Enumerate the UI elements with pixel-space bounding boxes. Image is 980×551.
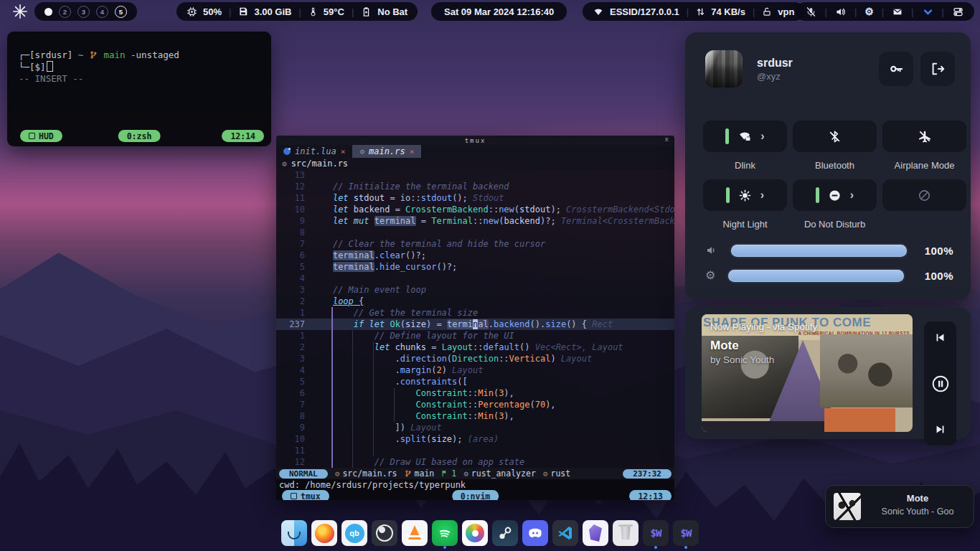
toggles-panel-icon[interactable] bbox=[952, 6, 964, 17]
temperature-value: 59°C bbox=[324, 6, 344, 17]
tab-init-lua[interactable]: init.lua × bbox=[276, 145, 352, 158]
notification-popup[interactable]: Mote Sonic Youth - Goo bbox=[825, 485, 974, 528]
chevron-right-icon: › bbox=[850, 189, 854, 201]
workspace-3[interactable]: 3 bbox=[77, 6, 90, 18]
code-line[interactable]: 4 .margin(2) Layout bbox=[276, 364, 674, 376]
code-line[interactable]: 1 // Define layout for the UI bbox=[276, 330, 674, 342]
dock-icon-files[interactable] bbox=[281, 520, 307, 549]
dock-icon-sw2[interactable]: $W bbox=[673, 520, 699, 549]
code-line[interactable]: 6 terminal.clear()?; bbox=[276, 250, 674, 261]
shell-prompt-line1: ┌─[srdusr] ~ main -unstaged bbox=[19, 50, 260, 61]
code-line[interactable]: 3 // Main event loop bbox=[276, 284, 674, 296]
toggle-airplane-mode[interactable] bbox=[882, 121, 966, 152]
editor-window[interactable]: tmux x init.lua × ⚙ main.rs × ⚙ src/main… bbox=[276, 136, 674, 500]
code-line[interactable]: 12 // Draw UI based on app state bbox=[276, 456, 674, 468]
code-line[interactable]: 13 bbox=[276, 169, 674, 181]
pause-button[interactable] bbox=[931, 375, 950, 393]
code-line[interactable]: 4 bbox=[276, 273, 674, 284]
code-line[interactable]: 10 .split(size); (area) bbox=[276, 433, 674, 445]
line-number: 8 bbox=[276, 227, 312, 238]
code-line[interactable]: 3 .direction(Direction::Vertical) Layout bbox=[276, 353, 674, 364]
volume-icon[interactable] bbox=[835, 6, 847, 17]
line-number: 6 bbox=[276, 387, 312, 399]
clock[interactable]: Sat 09 Mar 2024 12:16:40 bbox=[431, 2, 567, 21]
workspace-2[interactable]: 2 bbox=[59, 6, 71, 18]
chevron-down-icon[interactable] bbox=[922, 6, 934, 17]
toggle-night-light[interactable]: › bbox=[703, 179, 787, 211]
network-status[interactable]: ESSID/127.0.0.1 | 74 KB/s | vpn bbox=[583, 2, 804, 21]
tmux-session-pill[interactable]: HUD bbox=[20, 130, 62, 142]
statusline-branch: main bbox=[405, 468, 435, 479]
tab-close-icon[interactable]: × bbox=[341, 147, 346, 156]
code-line[interactable]: 12 // Initialize the terminal backend bbox=[276, 181, 674, 192]
code-line[interactable]: 5 .constraints([ bbox=[276, 376, 674, 387]
now-playing-label: Now Playing - via Spotify bbox=[710, 321, 817, 332]
dock-icon-obs[interactable] bbox=[372, 520, 397, 549]
toggle-do-not-disturb[interactable]: › bbox=[793, 179, 877, 211]
microphone-muted-icon[interactable] bbox=[806, 6, 816, 17]
tab-close-icon[interactable]: × bbox=[410, 147, 415, 156]
tmux-session-pill[interactable]: tmux bbox=[282, 490, 329, 500]
indent-guide bbox=[373, 342, 374, 456]
toggle-wifi[interactable]: › bbox=[703, 121, 787, 152]
dock-icon-steam[interactable] bbox=[492, 520, 518, 549]
launcher-icon[interactable] bbox=[12, 4, 28, 19]
code-line[interactable]: 8 bbox=[276, 227, 674, 238]
toggle-label: Dlink bbox=[703, 160, 787, 171]
dock-icon-vlc[interactable] bbox=[402, 520, 428, 549]
dock-icon-sw1[interactable]: $W bbox=[643, 520, 669, 549]
dnd-icon bbox=[828, 189, 842, 202]
toggle-bluetooth[interactable] bbox=[793, 121, 877, 152]
memory-usage: 3.00 GiB bbox=[254, 6, 291, 17]
dock-icon-vscode[interactable] bbox=[552, 520, 578, 549]
code-line[interactable]: 7 Constraint::Percentage(70), bbox=[276, 399, 674, 410]
logout-icon bbox=[930, 61, 946, 77]
code-line[interactable]: 1 // Get the terminal size bbox=[276, 307, 674, 319]
user-handle: @xyz bbox=[757, 71, 793, 82]
tmux-window-pill[interactable]: 0:nvim bbox=[452, 490, 499, 500]
dock-icon-discord[interactable] bbox=[522, 520, 548, 549]
code-line[interactable]: 9 let mut terminal = Terminal::new(backe… bbox=[276, 215, 674, 227]
dock-icon-spotify[interactable] bbox=[432, 520, 458, 549]
line-number: 2 bbox=[276, 342, 312, 353]
mail-icon[interactable] bbox=[892, 7, 903, 17]
code-line[interactable]: 237 if let Ok(size) = terminal.backend()… bbox=[276, 319, 674, 330]
workspace-4[interactable]: 4 bbox=[96, 6, 108, 18]
dock-icon-obsidian[interactable] bbox=[583, 520, 608, 549]
code-line[interactable]: 10 let backend = CrosstermBackend::new(s… bbox=[276, 204, 674, 215]
toggle-label: Do Not Disturb bbox=[793, 219, 877, 230]
code-line[interactable]: 6 Constraint::Min(3), bbox=[276, 387, 674, 399]
code-line[interactable]: 2 let chunks = Layout::default() Vec<Rec… bbox=[276, 342, 674, 353]
code-line[interactable]: 11 bbox=[276, 445, 674, 456]
tab-main-rs[interactable]: ⚙ main.rs × bbox=[352, 145, 421, 158]
workspace-5[interactable]: 5 bbox=[115, 6, 127, 18]
code-line[interactable]: 2 loop { bbox=[276, 296, 674, 307]
settings-gear-icon[interactable]: ⚙ bbox=[864, 6, 874, 17]
next-track-button[interactable] bbox=[934, 423, 946, 435]
lock-keys-button[interactable] bbox=[879, 52, 913, 86]
volume-slider[interactable] bbox=[731, 245, 907, 257]
code-area[interactable]: 1312 // Initialize the terminal backend1… bbox=[276, 169, 674, 468]
code-line[interactable]: 5 terminal.hide_cursor()?; bbox=[276, 261, 674, 273]
toggle-blocked[interactable] bbox=[882, 179, 966, 211]
dock-icon-photos[interactable] bbox=[462, 520, 488, 549]
brightness-slider[interactable] bbox=[728, 270, 904, 282]
dock-icon-qbittorrent[interactable]: qb bbox=[341, 520, 367, 549]
code-line[interactable]: 9 ]) Layout bbox=[276, 422, 674, 433]
workspace-1[interactable] bbox=[44, 8, 52, 16]
git-status: -unstaged bbox=[131, 50, 179, 60]
dock-icon-firefox[interactable] bbox=[311, 520, 337, 549]
line-number: 6 bbox=[276, 250, 312, 261]
logout-button[interactable] bbox=[920, 52, 955, 86]
code-line[interactable]: 8 Constraint::Min(3), bbox=[276, 410, 674, 422]
window-close-button[interactable]: x bbox=[665, 136, 669, 143]
tmux-window-pill[interactable]: 0:zsh bbox=[118, 130, 161, 142]
system-tray: | | ⚙ | | | bbox=[796, 2, 974, 21]
terminal-window[interactable]: ┌─[srdusr] ~ main -unstaged └─[$] -- INS… bbox=[7, 32, 271, 146]
code-line[interactable]: 7 // Clear the terminal and hide the cur… bbox=[276, 238, 674, 250]
dock-icon-trash[interactable] bbox=[613, 520, 639, 549]
line-number: 9 bbox=[276, 215, 312, 227]
window-icon bbox=[29, 133, 35, 139]
previous-track-button[interactable] bbox=[934, 331, 946, 344]
code-line[interactable]: 11 let stdout = io::stdout(); Stdout bbox=[276, 192, 674, 204]
